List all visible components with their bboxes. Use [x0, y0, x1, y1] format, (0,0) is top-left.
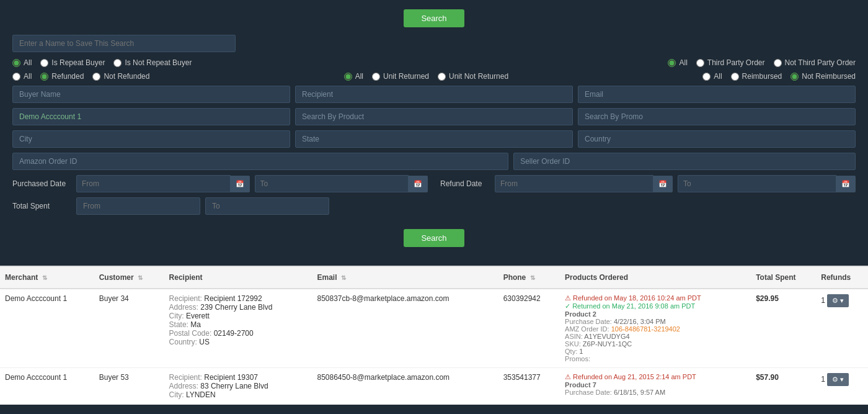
refund-date-label: Refund Date: [440, 179, 490, 188]
cell-recipient-2: Recipient: Recipient 19307 Address: 83 C…: [164, 368, 312, 405]
cell-total-spent-2: $57.90: [751, 368, 816, 405]
col-refunds: Refunds: [816, 266, 868, 289]
table-row: Demo Accccount 1 Buyer 53 Recipient: Rec…: [0, 368, 868, 405]
refund-date-to-calendar-icon[interactable]: 📅: [836, 176, 856, 192]
gear-button-1[interactable]: ⚙ ▾: [827, 294, 849, 307]
col-total-spent[interactable]: Total Spent: [751, 266, 816, 289]
col-phone[interactable]: Phone ⇅: [498, 266, 560, 289]
total-spent-from-input[interactable]: [76, 197, 200, 215]
buyer-repeat-radio[interactable]: Is Repeat Buyer: [40, 58, 105, 67]
total-spent-label: Total Spent: [12, 202, 71, 210]
cell-phone-2: 353541377: [498, 368, 560, 405]
customer-sort-icon: ⇅: [138, 274, 143, 281]
purchased-date-from-input[interactable]: [76, 175, 231, 192]
cell-refunds-1: 1 ⚙ ▾: [816, 289, 868, 368]
email-sort-icon: ⇅: [341, 274, 346, 281]
cell-merchant-2: Demo Accccount 1: [0, 368, 94, 405]
not-third-party-radio[interactable]: Not Third Party Order: [774, 58, 856, 67]
cell-customer-1: Buyer 34: [94, 289, 164, 368]
city-input[interactable]: [12, 130, 290, 148]
buyer-type-radio-group: All Is Repeat Buyer Is Not Repeat Buyer: [12, 58, 192, 67]
cell-email-2: 85086450-8@marketplace.amazon.com: [312, 368, 498, 405]
cell-customer-2: Buyer 53: [94, 368, 164, 405]
cell-refunds-2: 1 ⚙ ▾: [816, 368, 868, 405]
col-products: Products Ordered: [560, 266, 751, 289]
cell-recipient-1: Recipient: Recipient 172992 Address: 239…: [164, 289, 312, 368]
table-row: Demo Accccount 1 Buyer 34 Recipient: Rec…: [0, 289, 868, 368]
purchased-date-to-input[interactable]: [255, 175, 409, 192]
not-reimbursed-radio[interactable]: Not Reimbursed: [790, 72, 856, 81]
reimbursed-all-radio[interactable]: All: [702, 72, 722, 81]
refund-date-to-input[interactable]: [678, 175, 836, 192]
amazon-order-id-input[interactable]: [12, 153, 508, 170]
col-merchant[interactable]: Merchant ⇅: [0, 266, 94, 289]
search-button-bottom[interactable]: Search: [404, 229, 464, 247]
search-button-top[interactable]: Search: [404, 9, 464, 27]
third-party-all-radio[interactable]: All: [668, 58, 687, 67]
refunded-all-radio[interactable]: All: [12, 72, 32, 81]
cell-products-1: ⚠Refunded on May 18, 2016 10:24 am PDT ✓…: [560, 289, 751, 368]
merchant-sort-icon: ⇅: [42, 274, 47, 281]
seller-order-id-input[interactable]: [513, 153, 856, 170]
buyer-name-input[interactable]: [12, 86, 290, 103]
cell-products-2: ⚠Refunded on Aug 21, 2015 2:14 am PDT Pr…: [560, 368, 751, 405]
refund-date-from-input[interactable]: [495, 175, 653, 192]
purchased-date-to-calendar-icon[interactable]: 📅: [409, 176, 428, 192]
amz-order-link-1[interactable]: 106-8486781-3219402: [611, 325, 680, 333]
cell-phone-1: 630392942: [498, 289, 560, 368]
country-input[interactable]: [578, 130, 856, 148]
third-party-order-radio[interactable]: Third Party Order: [696, 58, 765, 67]
refund-warning-icon-1: ⚠: [565, 294, 571, 302]
save-search-input[interactable]: [12, 35, 236, 52]
phone-sort-icon: ⇅: [530, 274, 535, 281]
cell-merchant-1: Demo Accccount 1: [0, 289, 94, 368]
total-spent-to-input[interactable]: [205, 197, 329, 215]
col-email[interactable]: Email ⇅: [312, 266, 498, 289]
email-input[interactable]: [578, 86, 856, 103]
buyer-all-radio[interactable]: All: [12, 58, 32, 67]
refund-warning-icon-2: ⚠: [565, 373, 571, 380]
refund-date-from-calendar-icon[interactable]: 📅: [653, 176, 673, 192]
cell-total-spent-1: $29.95: [751, 289, 816, 368]
refunded-radio[interactable]: Refunded: [40, 72, 84, 81]
return-check-icon-1: ✓: [565, 302, 570, 310]
unit-returned-radio[interactable]: Unit Returned: [372, 72, 429, 81]
col-customer[interactable]: Customer ⇅: [94, 266, 164, 289]
reimbursed-radio[interactable]: Reimbursed: [731, 72, 782, 81]
unit-not-returned-radio[interactable]: Unit Not Returned: [438, 72, 508, 81]
unit-returned-all-radio[interactable]: All: [344, 72, 363, 81]
account-dropdown[interactable]: Demo Accccount 1: [12, 108, 290, 125]
search-by-promo-input[interactable]: [578, 108, 856, 125]
recipient-input[interactable]: [295, 86, 573, 103]
cell-email-1: 850837cb-8@marketplace.amazon.com: [312, 289, 498, 368]
third-party-radio-group: All Third Party Order Not Third Party Or…: [668, 58, 856, 67]
purchased-date-label: Purchased Date: [12, 179, 71, 188]
search-by-product-input[interactable]: [295, 108, 573, 125]
buyer-not-repeat-radio[interactable]: Is Not Repeat Buyer: [113, 58, 192, 67]
gear-button-2[interactable]: ⚙ ▾: [827, 373, 849, 386]
reimbursed-radio-group: All Reimbursed Not Reimbursed: [702, 72, 856, 81]
col-recipient[interactable]: Recipient: [164, 266, 312, 289]
unit-returned-radio-group: All Unit Returned Unit Not Returned: [344, 72, 508, 81]
purchased-date-from-calendar-icon[interactable]: 📅: [231, 176, 250, 192]
not-refunded-radio[interactable]: Not Refunded: [92, 72, 149, 81]
refunded-radio-group: All Refunded Not Refunded: [12, 72, 149, 81]
state-input[interactable]: [295, 130, 573, 148]
